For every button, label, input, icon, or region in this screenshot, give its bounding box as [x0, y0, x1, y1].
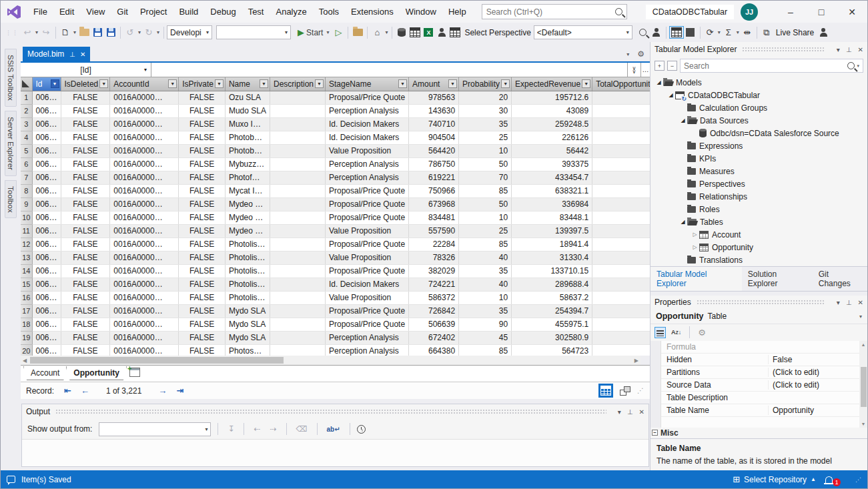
- row-number[interactable]: 7: [21, 171, 32, 184]
- solution-configuration-combo[interactable]: Developi▾: [167, 25, 212, 39]
- cell[interactable]: 006…: [32, 224, 61, 237]
- cell[interactable]: Ozu SLA: [225, 91, 270, 104]
- cell[interactable]: 10: [459, 211, 512, 224]
- cell[interactable]: 006…: [32, 211, 61, 224]
- cell[interactable]: 90: [459, 318, 512, 331]
- cell[interactable]: [270, 264, 325, 278]
- cell[interactable]: 006…: [32, 117, 61, 131]
- cell[interactable]: 259248.5: [512, 117, 592, 131]
- cell[interactable]: 006…: [32, 251, 61, 264]
- cell[interactable]: 006…: [32, 157, 61, 171]
- tree-expander-icon[interactable]: ◢: [667, 92, 675, 98]
- cell[interactable]: Proposal/Price Quote: [326, 237, 409, 251]
- cell[interactable]: 673968: [409, 197, 459, 211]
- cell[interactable]: 0016A0000…: [110, 131, 179, 144]
- open-file-icon[interactable]: [77, 25, 91, 40]
- cell[interactable]: 0016A0000…: [110, 331, 179, 344]
- cell[interactable]: FALSE: [61, 304, 110, 318]
- cell[interactable]: 31330.4: [512, 251, 592, 264]
- expand-formula-bar-icon[interactable]: ∨∨: [628, 63, 641, 77]
- cell[interactable]: FALSE: [179, 211, 226, 224]
- cell[interactable]: [270, 157, 325, 171]
- menu-item-tools[interactable]: Tools: [313, 4, 345, 19]
- tree-item-models[interactable]: ◢Models: [650, 76, 867, 89]
- live-share-label[interactable]: Live Share: [776, 28, 814, 37]
- perspectives-icon[interactable]: [448, 25, 462, 40]
- cell[interactable]: 006…: [32, 278, 61, 291]
- menu-item-debug[interactable]: Debug: [204, 4, 242, 19]
- tree-item-account[interactable]: ▷Account: [650, 228, 867, 241]
- cell[interactable]: Mydo SLA: [225, 318, 270, 331]
- cell[interactable]: [270, 278, 325, 291]
- cell[interactable]: FALSE: [179, 117, 226, 131]
- cell[interactable]: [592, 237, 650, 251]
- cell[interactable]: [592, 117, 650, 131]
- panel-tab-git-changes[interactable]: Git Changes: [813, 267, 867, 291]
- cell[interactable]: Id. Decision Makers: [326, 131, 409, 144]
- filter-dropdown-icon[interactable]: ▼: [582, 79, 590, 88]
- find-message-icon[interactable]: ↧: [225, 424, 237, 434]
- menu-item-help[interactable]: Help: [442, 4, 472, 19]
- cell[interactable]: [270, 237, 325, 251]
- selected-object-row[interactable]: Opportunity Table ▾: [650, 310, 867, 324]
- row-number[interactable]: 16: [21, 291, 32, 304]
- word-wrap-icon[interactable]: ab↵: [324, 426, 343, 433]
- save-all-icon[interactable]: [104, 25, 117, 40]
- cell[interactable]: 0016A0000…: [110, 91, 179, 104]
- cell[interactable]: 0016A0000…: [110, 251, 179, 264]
- process-dropdown[interactable]: ▾: [717, 29, 722, 35]
- cell[interactable]: FALSE: [179, 331, 226, 344]
- properties-window-position-icon[interactable]: ▾: [837, 299, 840, 306]
- cell[interactable]: FALSE: [179, 291, 226, 304]
- cell[interactable]: 43089: [512, 104, 592, 117]
- cell[interactable]: 006…: [32, 318, 61, 331]
- cell[interactable]: FALSE: [61, 264, 110, 278]
- tree-expander-icon[interactable]: ◢: [655, 79, 663, 85]
- tme-close-icon[interactable]: ✕: [858, 46, 863, 53]
- tree-item-opportunity[interactable]: ▷Opportunity: [650, 241, 867, 254]
- diagram-view-toggle-icon[interactable]: [620, 386, 630, 396]
- output-pin-icon[interactable]: ⊥: [627, 408, 633, 416]
- clear-all-icon[interactable]: ⌫: [294, 424, 310, 434]
- maximize-button[interactable]: □: [806, 1, 837, 23]
- category-misc[interactable]: − Misc: [650, 428, 867, 438]
- tree-expander-icon[interactable]: ◢: [679, 117, 687, 123]
- cell[interactable]: Proposal/Price Quote: [326, 211, 409, 224]
- cell[interactable]: Proposal/Price Quote: [326, 184, 409, 197]
- cell[interactable]: FALSE: [61, 237, 110, 251]
- properties-scrollbar[interactable]: ▲ ▼: [859, 341, 867, 428]
- properties-scroll-up-icon[interactable]: ▲: [861, 341, 866, 348]
- cell[interactable]: 564420: [409, 144, 459, 157]
- cell[interactable]: [592, 184, 650, 197]
- cell[interactable]: Mybuzz…: [225, 157, 270, 171]
- column-width-icon[interactable]: ⇹: [741, 25, 754, 40]
- cell[interactable]: Photos…: [225, 344, 270, 356]
- column-header-stagename[interactable]: StageName▼: [326, 77, 409, 91]
- cell[interactable]: 35: [459, 264, 512, 278]
- cell[interactable]: 50: [459, 157, 512, 171]
- cell[interactable]: FALSE: [179, 144, 226, 157]
- cell[interactable]: [270, 224, 325, 237]
- cell[interactable]: FALSE: [179, 197, 226, 211]
- column-header-amount[interactable]: Amount▼: [409, 77, 459, 91]
- horizontal-scroll-thumb[interactable]: [30, 357, 284, 364]
- cell[interactable]: 0016A0000…: [110, 197, 179, 211]
- cell[interactable]: 20: [459, 91, 512, 104]
- row-number[interactable]: 17: [21, 304, 32, 318]
- select-all-corner[interactable]: [21, 77, 32, 91]
- tme-search-icon[interactable]: [847, 62, 855, 69]
- table-tab-opportunity[interactable]: Opportunity: [66, 366, 127, 380]
- formula-bar-more-icon[interactable]: …: [641, 63, 650, 77]
- cell[interactable]: Value Proposition: [326, 251, 409, 264]
- output-source-combo[interactable]: ▾: [99, 422, 211, 436]
- cell[interactable]: 50: [459, 197, 512, 211]
- cell[interactable]: [270, 318, 325, 331]
- next-message-icon[interactable]: ⇢: [268, 424, 280, 434]
- cell[interactable]: FALSE: [61, 131, 110, 144]
- cell[interactable]: 382029: [409, 264, 459, 278]
- property-value[interactable]: False: [768, 355, 859, 364]
- find-in-files-icon[interactable]: [351, 25, 364, 40]
- row-number[interactable]: 3: [21, 117, 32, 131]
- column-header-description[interactable]: Description▼: [270, 77, 325, 91]
- add-table-icon[interactable]: [129, 368, 140, 377]
